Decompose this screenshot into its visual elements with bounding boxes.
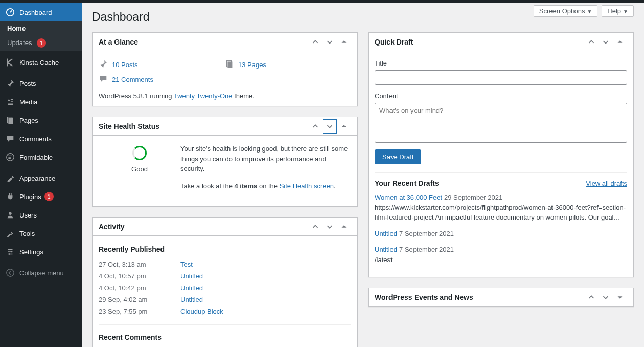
at-a-glance-box: At a Glance 10 Posts: [92, 32, 358, 106]
updates-badge: 1: [37, 38, 46, 48]
svg-point-7: [11, 251, 12, 253]
move-down-button[interactable]: [323, 119, 337, 134]
sidebar-item-label: Users: [19, 211, 37, 219]
comments-icon: [5, 134, 15, 144]
activity-post-link[interactable]: Untitled: [180, 296, 203, 303]
recent-drafts-heading: Your Recent Drafts: [375, 179, 439, 187]
activity-title: Activity: [99, 223, 125, 231]
screen-options-button[interactable]: Screen Options▼: [534, 5, 598, 17]
admin-sidebar: Dashboard Home Updates 1 Kinsta Cache Po…: [0, 3, 82, 347]
activity-date: 29 Sep, 4:02 am: [99, 296, 180, 303]
move-down-button[interactable]: [323, 220, 337, 234]
sidebar-item-plugins[interactable]: Plugins 1: [0, 187, 82, 206]
toggle-button[interactable]: [613, 35, 627, 49]
glance-posts: 10 Posts: [99, 57, 225, 72]
activity-date: 4 Oct, 10:57 pm: [99, 272, 180, 280]
sidebar-item-formidable[interactable]: Formidable: [0, 148, 82, 166]
site-health-box: Site Health Status Good Y: [92, 117, 358, 207]
svg-point-1: [8, 100, 10, 102]
move-down-button[interactable]: [599, 35, 613, 49]
site-health-link[interactable]: Site Health screen: [280, 182, 334, 190]
toggle-button[interactable]: [337, 35, 351, 49]
collapse-icon: [5, 268, 15, 278]
submenu-home[interactable]: Home: [0, 21, 82, 35]
activity-post-link[interactable]: Untitled: [180, 284, 203, 292]
health-cta: Take a look at the 4 items on the Site H…: [180, 181, 351, 191]
sidebar-item-label: Media: [19, 98, 37, 106]
draft-item: Untitled7 September 2021/latest: [375, 245, 627, 265]
sidebar-item-label: Formidable: [19, 154, 53, 161]
sidebar-item-tools[interactable]: Tools: [0, 224, 82, 243]
sidebar-item-kinsta-cache[interactable]: Kinsta Cache: [0, 53, 82, 72]
sidebar-item-users[interactable]: Users: [0, 206, 82, 224]
sidebar-collapse[interactable]: Collapse menu: [0, 264, 82, 282]
activity-row: 4 Oct, 10:42 pmUntitled: [99, 282, 351, 294]
draft-title-link[interactable]: Women at 36,000 Feet: [375, 193, 442, 201]
move-up-button[interactable]: [584, 35, 599, 49]
svg-rect-11: [227, 62, 232, 68]
settings-icon: [5, 247, 15, 257]
draft-title-link[interactable]: Untitled: [375, 246, 397, 253]
activity-row: 4 Oct, 10:57 pmUntitled: [99, 270, 351, 282]
sidebar-item-label: Comments: [19, 135, 52, 143]
move-down-button[interactable]: [323, 35, 337, 49]
sidebar-item-dashboard[interactable]: Dashboard: [0, 3, 82, 21]
draft-item: Women at 36,000 Feet29 September 2021htt…: [375, 192, 627, 223]
toggle-button[interactable]: [613, 290, 627, 305]
theme-link[interactable]: Twenty Twenty-One: [174, 92, 233, 100]
svg-point-8: [9, 253, 10, 255]
sidebar-item-label: Appearance: [19, 175, 55, 182]
move-up-button[interactable]: [308, 35, 323, 49]
sidebar-item-appearance[interactable]: Appearance: [0, 169, 82, 187]
recently-published-heading: Recently Published: [99, 242, 351, 258]
move-up-button[interactable]: [308, 119, 323, 134]
sidebar-item-label: Dashboard: [19, 9, 52, 16]
sidebar-item-pages[interactable]: Pages: [0, 111, 82, 129]
pages-icon: [5, 115, 15, 125]
activity-date: 4 Oct, 10:42 pm: [99, 284, 180, 292]
save-draft-button[interactable]: Save Draft: [375, 149, 421, 164]
chevron-down-icon: ▼: [587, 9, 592, 14]
sidebar-item-label: Pages: [19, 117, 38, 124]
comments-icon: [99, 74, 109, 85]
toggle-button[interactable]: [337, 220, 351, 234]
formidable-icon: [5, 152, 15, 162]
draft-title-link[interactable]: Untitled: [375, 230, 397, 237]
media-icon: [5, 97, 15, 107]
toggle-button[interactable]: [337, 119, 351, 134]
draft-title-input[interactable]: [375, 70, 627, 85]
move-up-button[interactable]: [584, 290, 599, 305]
draft-excerpt: /latest: [375, 255, 627, 265]
help-button[interactable]: Help▼: [602, 5, 634, 17]
tools-icon: [5, 228, 15, 238]
chevron-down-icon: ▼: [623, 9, 628, 14]
activity-post-link[interactable]: Untitled: [180, 272, 203, 280]
sidebar-item-posts[interactable]: Posts: [0, 74, 82, 93]
sidebar-item-label: Plugins: [19, 193, 41, 201]
draft-excerpt: https://www.kickstarter.com/projects/fli…: [375, 203, 627, 223]
pages-link[interactable]: 13 Pages: [238, 61, 266, 69]
sidebar-item-label: Settings: [19, 248, 43, 256]
events-news-title: WordPress Events and News: [375, 293, 473, 301]
sidebar-item-settings[interactable]: Settings: [0, 243, 82, 261]
draft-content-textarea[interactable]: [375, 103, 627, 143]
activity-post-link[interactable]: Cloudup Block: [180, 308, 223, 315]
events-news-box: WordPress Events and News: [368, 288, 634, 307]
view-all-drafts-link[interactable]: View all drafts: [586, 180, 627, 187]
activity-date: 27 Oct, 3:13 am: [99, 261, 180, 268]
activity-date: 23 Sep, 7:55 pm: [99, 308, 180, 315]
sidebar-item-media[interactable]: Media: [0, 93, 82, 111]
site-health-title: Site Health Status: [99, 122, 159, 131]
activity-row: 29 Sep, 4:02 amUntitled: [99, 294, 351, 306]
sidebar-item-label: Posts: [19, 80, 36, 88]
activity-row: 27 Oct, 3:13 amTest: [99, 258, 351, 270]
activity-post-link[interactable]: Test: [180, 261, 193, 268]
submenu-updates[interactable]: Updates 1: [0, 35, 82, 51]
quick-draft-title: Quick Draft: [375, 38, 413, 46]
svg-point-6: [8, 249, 10, 250]
move-up-button[interactable]: [308, 220, 323, 234]
move-down-button[interactable]: [599, 290, 613, 305]
comments-link[interactable]: 21 Comments: [112, 76, 153, 83]
sidebar-item-comments[interactable]: Comments: [0, 129, 82, 148]
posts-link[interactable]: 10 Posts: [112, 61, 138, 69]
